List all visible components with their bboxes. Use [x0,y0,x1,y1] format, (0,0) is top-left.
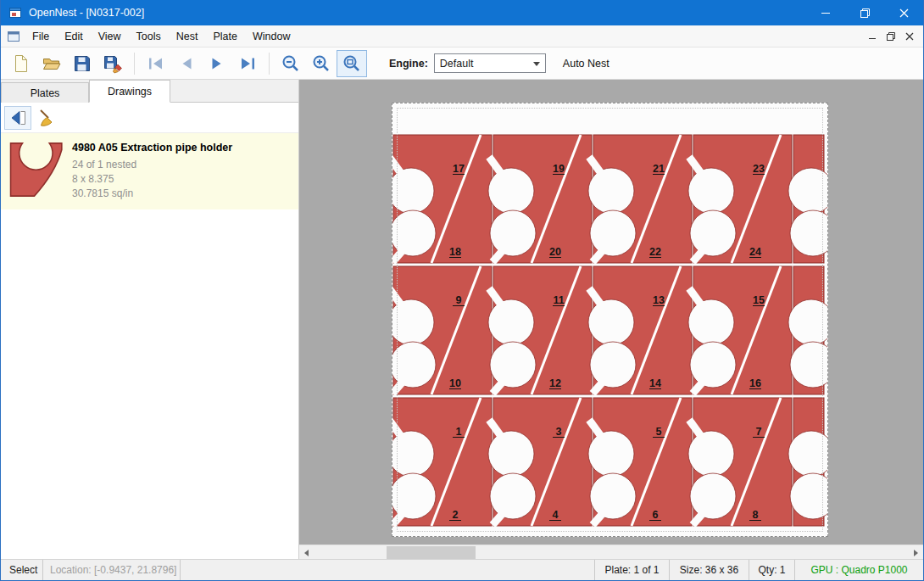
nest-pair-9-10[interactable]: 910 [392,266,492,394]
nest-canvas[interactable]: 171819202122232491011121314151612345678 [299,80,923,559]
left-panel: Plates Drawings [1,80,299,559]
tab-plates[interactable]: Plates [1,82,89,103]
titlebar: OpenNest - [N0317-002] [1,0,923,25]
minimize-button[interactable] [806,0,845,25]
drawings-toolbar [1,103,298,133]
first-arrow-icon [146,53,166,74]
close-button[interactable] [884,0,923,25]
nest-pair-3-4[interactable]: 34 [488,398,592,526]
part-number: 13 [653,294,665,306]
part-number: 14 [649,377,661,389]
next-arrow-icon [207,53,227,74]
nest-pair-17-18[interactable]: 1718 [392,135,492,263]
open-button[interactable] [36,50,67,77]
save-as-button[interactable] [97,50,128,77]
horizontal-scrollbar[interactable] [299,545,923,559]
clean-button[interactable] [34,106,61,130]
drawing-title: 4980 A05 Extraction pipe holder [72,142,232,154]
new-button[interactable] [6,50,36,77]
engine-selected-value: Default [440,58,474,70]
mdi-close-button[interactable] [900,28,919,45]
nest-pair-partial[interactable] [788,398,827,526]
status-bar: Select Location: [-0.9437, 21.8796] Plat… [1,559,923,580]
pipe-cutout [688,168,734,214]
last-arrow-icon [237,53,258,74]
pipe-cutout [488,431,534,477]
nest-pair-7-8[interactable]: 78 [688,398,792,526]
drawing-area: 30.7815 sq/in [72,187,232,201]
nest-pair-13-14[interactable]: 1314 [588,266,692,394]
nest-pair-5-6[interactable]: 56 [588,398,692,526]
nest-pair-15-16[interactable]: 1516 [688,266,792,394]
drawing-list: 4980 A05 Extraction pipe holder 24 of 1 … [1,133,298,559]
menu-file[interactable]: File [25,25,57,47]
pipe-cutout [488,299,534,345]
status-location: Location: [-0.9437, 21.8796] [43,560,181,580]
part-number: 24 [749,246,761,258]
engine-label: Engine: [389,58,428,70]
menu-bar: FileEditViewToolsNestPlateWindow [1,25,923,47]
document-icon[interactable] [1,25,25,47]
nest-pair-11-12[interactable]: 1112 [488,266,592,394]
part-number: 23 [753,163,765,175]
zoom-fit-button[interactable] [337,50,367,77]
menu-plate[interactable]: Plate [205,25,245,47]
status-plate-count: Plate: 1 of 1 [594,560,669,580]
part-number: 19 [553,163,565,175]
next-plate-button[interactable] [202,50,232,77]
part-thumbnail [9,142,64,198]
nest-pair-19-20[interactable]: 1920 [488,135,592,263]
zoom-in-button[interactable] [306,50,337,77]
tab-drawings[interactable]: Drawings [89,80,170,103]
menu-view[interactable]: View [91,25,129,47]
nest-pair-23-24[interactable]: 2324 [688,135,792,263]
part-number: 18 [449,246,461,258]
pipe-cutout [690,210,736,256]
status-mode: Select [1,560,43,580]
mdi-minimize-button[interactable] [863,28,882,45]
mdi-restore-button[interactable] [882,28,900,45]
status-plate-qty: Qty: 1 [749,560,794,580]
part-number: 7 [756,426,762,438]
nest-pair-21-22[interactable]: 2122 [588,135,692,263]
zoom-out-button[interactable] [276,50,306,77]
menu-edit[interactable]: Edit [57,25,91,47]
part-number: 10 [449,377,461,389]
restore-button[interactable] [845,0,884,25]
nest-pair-1-2[interactable]: 12 [392,398,492,526]
auto-nest-button[interactable]: Auto Nest [563,58,610,70]
drawing-list-item[interactable]: 4980 A05 Extraction pipe holder 24 of 1 … [1,133,298,209]
menu-window[interactable]: Window [245,25,298,47]
part-number: 15 [753,294,765,306]
status-spacer [181,560,594,580]
menu-tools[interactable]: Tools [129,25,169,47]
mdi-controls [863,25,923,47]
scroll-left-arrow[interactable] [299,545,314,559]
zoom-in-icon [311,53,331,74]
save-button[interactable] [67,50,97,77]
toolbar-separator [269,53,270,75]
nest-pair-partial[interactable] [788,266,827,394]
previous-plate-button[interactable] [171,50,202,77]
nest-pair-partial[interactable] [788,135,827,263]
opennest-window: OpenNest - [N0317-002] FileEdi [0,0,924,581]
pipe-cutout [490,342,536,388]
pipe-cutout [590,210,636,256]
save-edit-icon [103,53,123,74]
pipe-cutout [588,431,634,477]
engine-select[interactable]: Default [434,53,546,73]
restore-icon [860,8,870,18]
part-number: 17 [453,163,465,175]
zoom-out-icon [281,53,301,74]
scroll-right-arrow[interactable] [909,545,923,559]
send-to-plate-button[interactable] [4,106,31,130]
first-plate-button[interactable] [141,50,171,77]
menu-nest[interactable]: Nest [169,25,206,47]
close-icon [899,8,909,18]
window-controls [806,0,923,25]
plate-sheet[interactable]: 171819202122232491011121314151612345678 [392,103,828,537]
drawing-size: 8 x 8.375 [72,172,232,187]
scroll-thumb[interactable] [387,546,476,559]
pipe-cutout [590,342,636,388]
last-plate-button[interactable] [232,50,263,77]
